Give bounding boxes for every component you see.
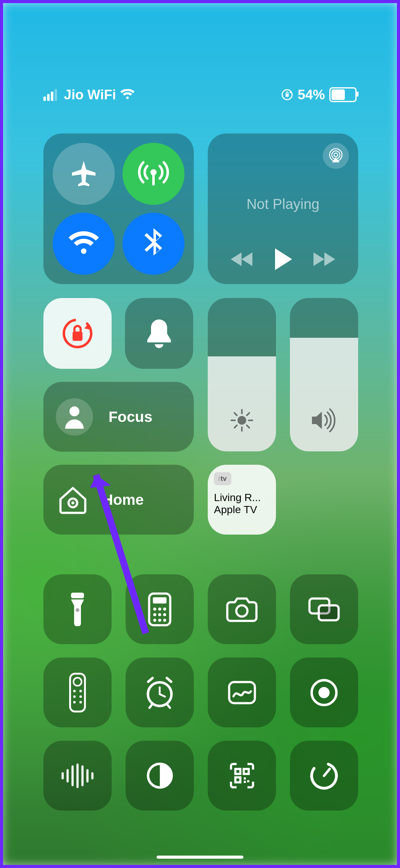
calculator-button[interactable]	[126, 574, 194, 644]
now-playing-tile[interactable]: Not Playing	[208, 133, 358, 284]
screen-mirroring-icon	[307, 596, 341, 622]
focus-label: Focus	[108, 408, 152, 425]
qr-code-icon	[227, 761, 257, 790]
svg-point-24	[71, 501, 74, 504]
play-icon[interactable]	[272, 247, 294, 272]
home-label: Home	[102, 491, 143, 508]
svg-rect-5	[286, 94, 289, 97]
volume-slider[interactable]	[290, 298, 358, 452]
tv-remote-button[interactable]	[43, 657, 112, 727]
svg-rect-25	[71, 593, 84, 598]
person-icon	[64, 404, 85, 429]
freeform-icon	[227, 680, 257, 705]
battery-icon	[329, 87, 357, 102]
airplay-button[interactable]	[323, 143, 349, 169]
svg-point-30	[158, 608, 161, 611]
sound-wave-icon	[59, 764, 96, 788]
svg-rect-28	[153, 597, 167, 603]
svg-rect-64	[244, 769, 249, 774]
timer-button[interactable]	[290, 741, 358, 811]
svg-point-22	[69, 406, 79, 416]
svg-point-37	[163, 619, 166, 622]
carrier-label: Jio WiFi	[64, 87, 116, 102]
connectivity-group[interactable]	[43, 133, 194, 284]
screen-record-button[interactable]	[290, 657, 358, 727]
camera-icon	[225, 595, 259, 623]
svg-point-38	[236, 606, 247, 617]
apple-tv-line1: Living R...	[214, 491, 270, 503]
svg-rect-0	[43, 97, 46, 101]
svg-point-47	[73, 701, 76, 704]
svg-rect-40	[319, 606, 339, 620]
svg-rect-7	[152, 175, 155, 185]
svg-rect-1	[47, 94, 49, 101]
svg-point-54	[319, 687, 330, 698]
svg-line-18	[234, 413, 237, 415]
calculator-icon	[147, 592, 172, 626]
tv-remote-icon	[68, 673, 87, 713]
rewind-icon[interactable]	[229, 250, 254, 269]
svg-rect-66	[244, 777, 246, 779]
home-icon	[56, 484, 90, 515]
cellular-data-button[interactable]	[123, 143, 185, 205]
focus-button[interactable]: Focus	[43, 382, 194, 452]
now-playing-label: Not Playing	[208, 195, 358, 212]
svg-point-48	[79, 701, 82, 704]
home-button[interactable]: Home	[43, 465, 194, 535]
timer-icon	[308, 760, 339, 791]
svg-point-34	[163, 613, 166, 616]
svg-point-35	[153, 619, 156, 622]
svg-point-42	[73, 678, 81, 686]
svg-point-44	[79, 690, 82, 692]
svg-point-29	[153, 608, 156, 611]
home-indicator[interactable]	[157, 856, 243, 859]
dark-mode-button[interactable]	[126, 741, 194, 811]
wifi-button[interactable]	[53, 213, 115, 275]
brightness-icon	[229, 408, 254, 433]
alarm-button[interactable]	[126, 657, 194, 727]
svg-line-70	[324, 769, 330, 776]
wifi-icon	[67, 230, 101, 258]
battery-percent-label: 54%	[298, 87, 325, 102]
camera-button[interactable]	[208, 574, 276, 644]
svg-rect-65	[235, 777, 240, 782]
silent-mode-button[interactable]	[125, 298, 193, 369]
svg-rect-63	[235, 769, 240, 774]
cellular-signal-icon	[43, 89, 60, 101]
svg-line-21	[234, 425, 237, 428]
apple-tv-remote-tile[interactable]: tv Living R... Apple TV	[208, 465, 276, 535]
svg-point-26	[76, 608, 79, 612]
sound-recognition-button[interactable]	[43, 741, 112, 811]
wifi-status-icon	[120, 89, 135, 100]
svg-point-8	[334, 153, 338, 157]
svg-rect-67	[247, 780, 249, 782]
screen-mirroring-button[interactable]	[290, 574, 358, 644]
flashlight-icon	[67, 591, 88, 628]
qr-scanner-button[interactable]	[208, 741, 276, 811]
brightness-slider[interactable]	[208, 298, 276, 452]
orientation-lock-status-icon	[281, 89, 293, 101]
svg-rect-3	[55, 89, 57, 101]
orientation-lock-icon	[59, 315, 96, 352]
fast-forward-icon[interactable]	[312, 250, 337, 269]
cellular-antenna-icon	[136, 157, 171, 191]
svg-point-43	[73, 690, 76, 692]
bell-icon	[143, 316, 174, 350]
apple-tv-badge: tv	[214, 472, 231, 485]
airplane-mode-button[interactable]	[53, 143, 115, 205]
freeform-button[interactable]	[208, 657, 276, 727]
orientation-lock-button[interactable]	[43, 298, 112, 369]
svg-rect-12	[72, 332, 82, 341]
svg-point-33	[158, 613, 161, 616]
svg-point-45	[73, 695, 76, 698]
apple-tv-line2: Apple TV	[214, 503, 270, 516]
volume-icon	[310, 408, 338, 433]
svg-point-13	[237, 416, 246, 425]
bluetooth-icon	[143, 227, 164, 261]
svg-point-36	[158, 619, 161, 622]
svg-point-32	[153, 613, 156, 616]
bluetooth-button[interactable]	[123, 213, 185, 275]
flashlight-button[interactable]	[43, 574, 112, 644]
status-bar: Jio WiFi 54%	[0, 84, 400, 105]
svg-rect-41	[70, 674, 85, 712]
